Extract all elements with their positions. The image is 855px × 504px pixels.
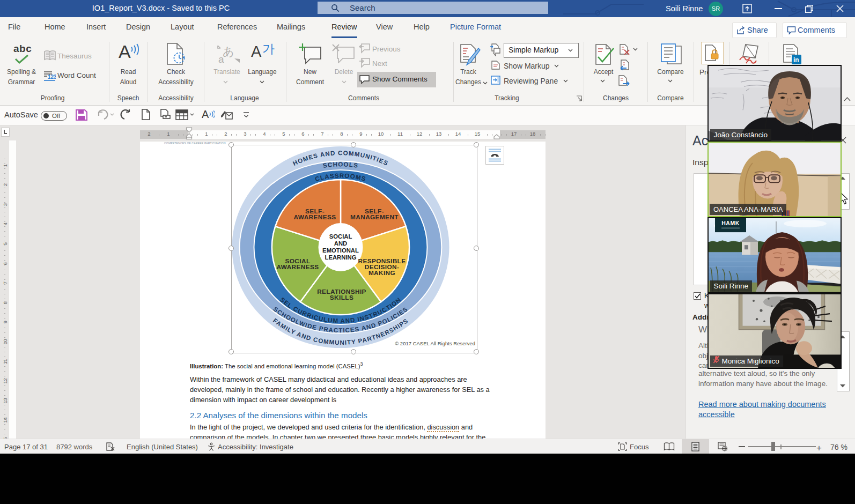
svg-text:MAKING: MAKING [368,269,395,277]
svg-text:HAMK: HAMK [721,220,739,226]
svg-text:LEARNING: LEARNING [325,254,357,261]
svg-text:a: a [218,54,224,65]
svg-text:in: in [793,56,799,64]
svg-text:SKILLS: SKILLS [330,294,353,301]
svg-text:AWARENESS: AWARENESS [294,213,336,221]
svg-text:SOCIAL: SOCIAL [329,233,352,240]
svg-text:EMOTIONAL: EMOTIONAL [322,247,359,254]
svg-text:© 2017 CASEL All Rights Reserv: © 2017 CASEL All Rights Reserved [395,340,475,346]
svg-text:AWARENESS: AWARENESS [277,263,319,271]
svg-text:AND: AND [334,240,347,247]
svg-text:MANAGEMENT: MANAGEMENT [350,213,399,221]
svg-text:あ: あ [223,45,234,58]
svg-text:123: 123 [48,74,56,80]
